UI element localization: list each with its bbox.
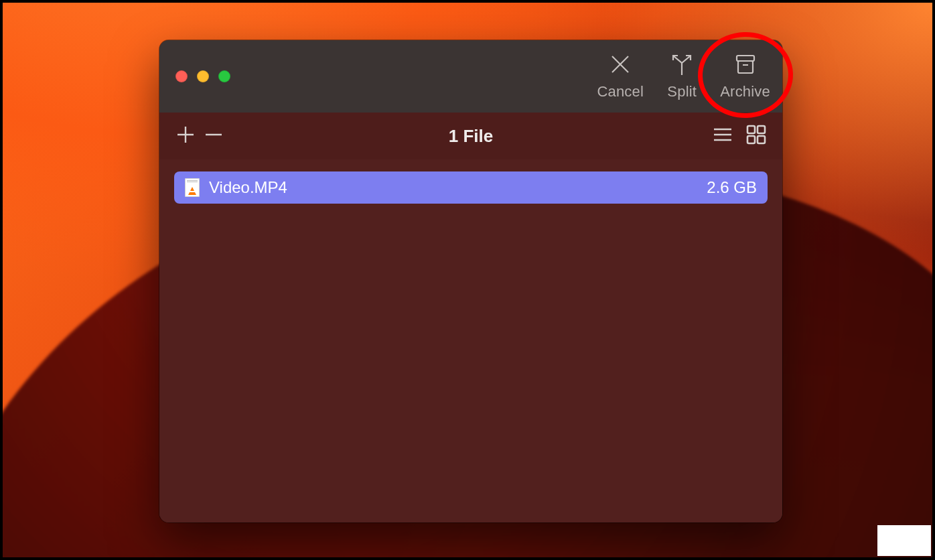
zoom-window-button[interactable]: [218, 70, 230, 82]
window-controls: [175, 70, 230, 82]
add-file-button[interactable]: [174, 123, 197, 149]
watermark-patch: [877, 525, 931, 556]
archive-label: Archive: [720, 83, 770, 100]
add-remove-group: [174, 123, 225, 149]
file-toolbar: 1 File: [159, 113, 782, 159]
svg-rect-13: [758, 126, 765, 133]
grid-view-button[interactable]: [745, 123, 768, 149]
split-button[interactable]: Split: [658, 52, 705, 100]
file-size: 2.6 GB: [707, 178, 757, 197]
close-window-button[interactable]: [175, 70, 188, 82]
remove-file-button[interactable]: [202, 123, 225, 149]
cancel-icon: [608, 52, 632, 79]
split-label: Split: [667, 83, 697, 100]
svg-rect-14: [747, 136, 755, 143]
svg-rect-4: [738, 61, 753, 73]
video-file-icon: [185, 178, 200, 197]
cancel-label: Cancel: [597, 83, 644, 100]
archive-button[interactable]: Archive: [720, 52, 770, 100]
minimize-window-button[interactable]: [197, 70, 209, 82]
file-row[interactable]: Video.MP4 2.6 GB: [174, 171, 768, 204]
file-list: Video.MP4 2.6 GB: [159, 159, 782, 522]
window-titlebar: Cancel Split: [159, 40, 782, 113]
file-count-label: 1 File: [449, 126, 493, 147]
view-toggle: [711, 123, 768, 149]
cancel-button[interactable]: Cancel: [597, 52, 644, 100]
list-view-button[interactable]: [711, 123, 734, 149]
archiver-window: Cancel Split: [159, 40, 782, 522]
split-icon: [668, 52, 695, 79]
svg-rect-15: [758, 136, 765, 143]
file-name: Video.MP4: [209, 178, 287, 197]
svg-rect-3: [737, 56, 754, 61]
titlebar-actions: Cancel Split: [597, 40, 770, 113]
svg-rect-12: [747, 126, 755, 133]
archive-icon: [733, 52, 758, 79]
